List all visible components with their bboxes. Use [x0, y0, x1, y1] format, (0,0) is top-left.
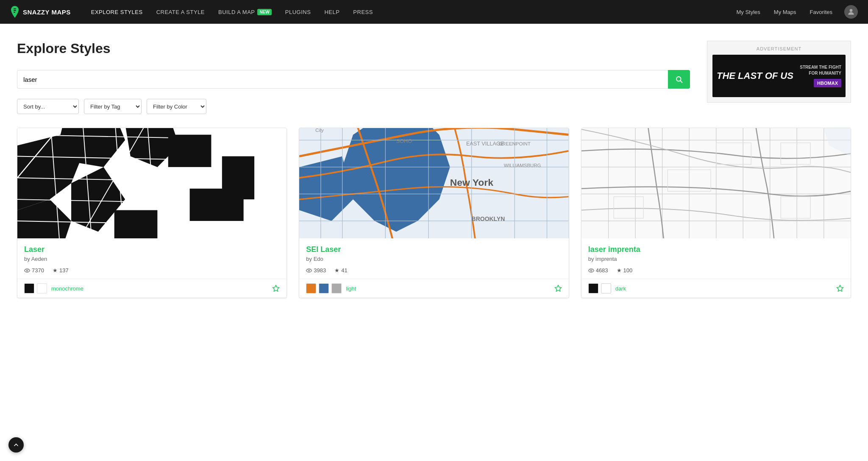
- color-swatch-black: [24, 283, 34, 293]
- left-column: Explore Styles Sort by... Most Popular N…: [17, 41, 690, 128]
- card-map-sei[interactable]: New York EAST VILLAGE SOHO WILLIAMSBURG …: [299, 128, 568, 238]
- card-map-imprenta[interactable]: [581, 128, 851, 238]
- card-stats-sei: 3983 ★ 41: [306, 267, 562, 274]
- star-icon: [554, 285, 562, 292]
- cards-grid: Laser by Aeden 7370 ★ 137 monochrome: [0, 128, 868, 315]
- card-sei-laser: New York EAST VILLAGE SOHO WILLIAMSBURG …: [299, 128, 569, 298]
- svg-rect-29: [168, 135, 211, 167]
- search-input[interactable]: [17, 70, 668, 89]
- eye-icon: [24, 268, 30, 274]
- star-icon: [836, 285, 844, 292]
- ad-subtitle: STREAM THE FIGHTFOR HUMANITY: [800, 64, 841, 76]
- navigation: SNAZZY MAPS EXPLORE STYLES CREATE A STYL…: [0, 0, 868, 24]
- map-svg-imprenta: [581, 128, 851, 238]
- color-swatch-white: [37, 283, 47, 293]
- logo[interactable]: SNAZZY MAPS: [10, 6, 71, 18]
- right-column: ADVERTISEMENT THE LAST OF US STREAM THE …: [707, 41, 851, 128]
- svg-text:City: City: [315, 128, 324, 133]
- page-title: Explore Styles: [17, 41, 690, 56]
- card-stats-laser: 7370 ★ 137: [24, 267, 280, 274]
- card-title-laser[interactable]: Laser: [24, 245, 280, 254]
- nav-link-press[interactable]: PRESS: [346, 0, 380, 24]
- nav-link-build[interactable]: BUILD A MAP NEW: [211, 0, 278, 24]
- color-filter-select[interactable]: Filter by Color Black White Blue Green R…: [147, 99, 206, 114]
- map-svg-laser: [17, 128, 287, 238]
- svg-point-3: [850, 9, 853, 12]
- svg-point-33: [26, 270, 28, 271]
- card-favorites-sei: ★ 41: [334, 267, 347, 274]
- new-badge: NEW: [257, 9, 271, 15]
- svg-text:BROOKLYN: BROOKLYN: [472, 215, 505, 222]
- star-icon: [272, 285, 280, 292]
- nav-link-plugins[interactable]: PLUGINS: [278, 0, 318, 24]
- nav-links: EXPLORE STYLES CREATE A STYLE BUILD A MA…: [84, 0, 732, 24]
- nav-link-create[interactable]: CREATE A STYLE: [150, 0, 211, 24]
- eye-icon: [306, 268, 312, 274]
- logo-icon: [10, 6, 19, 18]
- svg-line-5: [680, 81, 682, 82]
- ad-title: THE LAST OF US: [717, 71, 793, 81]
- card-favorites-imprenta: ★ 100: [617, 267, 633, 274]
- svg-text:SOHO: SOHO: [396, 138, 412, 144]
- svg-marker-57: [555, 285, 561, 291]
- card-footer-sei: light: [299, 279, 568, 298]
- card-imprenta: laser imprenta by imprenta 4683 ★ 100 da…: [581, 128, 851, 298]
- ad-label: ADVERTISEMENT: [712, 46, 846, 51]
- card-footer-laser: monochrome: [17, 279, 287, 298]
- nav-right: My Styles My Maps Favorites: [731, 0, 858, 24]
- logo-text: SNAZZY MAPS: [23, 8, 71, 16]
- advertisement: ADVERTISEMENT THE LAST OF US STREAM THE …: [707, 41, 851, 103]
- ad-image[interactable]: THE LAST OF US STREAM THE FIGHTFOR HUMAN…: [712, 55, 846, 97]
- tag-filter-select[interactable]: Filter by Tag Light Dark Monochrome Two-…: [84, 99, 142, 114]
- svg-rect-2: [14, 12, 15, 13]
- card-body-imprenta: laser imprenta by imprenta 4683 ★ 100: [581, 238, 851, 279]
- card-title-sei[interactable]: SEI Laser: [306, 245, 562, 254]
- card-map-laser[interactable]: [17, 128, 287, 238]
- card-views-imprenta: 4683: [588, 267, 608, 274]
- eye-icon: [588, 268, 594, 274]
- favorite-button-imprenta[interactable]: [836, 285, 844, 292]
- card-tag-sei[interactable]: light: [346, 285, 551, 292]
- card-author-sei: by Edo: [306, 256, 562, 262]
- nav-link-help[interactable]: HELP: [317, 0, 346, 24]
- filter-row: Sort by... Most Popular Newest Most Favo…: [17, 99, 690, 114]
- card-title-imprenta[interactable]: laser imprenta: [588, 245, 844, 254]
- svg-point-56: [309, 270, 310, 271]
- search-icon: [675, 75, 683, 83]
- svg-rect-0: [14, 8, 16, 9]
- nav-favorites[interactable]: Favorites: [805, 0, 837, 24]
- search-button[interactable]: [668, 70, 690, 89]
- svg-marker-34: [273, 285, 279, 291]
- nav-my-styles[interactable]: My Styles: [731, 0, 765, 24]
- svg-text:GREENPOINT: GREENPOINT: [498, 141, 531, 146]
- color-swatch-blue: [319, 283, 329, 293]
- color-swatch-orange: [306, 283, 316, 293]
- svg-text:WILLIAMSBURG: WILLIAMSBURG: [504, 163, 541, 168]
- svg-rect-31: [190, 189, 244, 221]
- card-tag-imprenta[interactable]: dark: [615, 285, 834, 292]
- nav-link-explore[interactable]: EXPLORE STYLES: [84, 0, 150, 24]
- card-views-laser: 7370: [24, 267, 44, 274]
- nav-my-maps[interactable]: My Maps: [769, 0, 801, 24]
- card-favorites-laser: ★ 137: [53, 267, 69, 274]
- color-swatch-dark: [588, 283, 598, 293]
- user-avatar[interactable]: [844, 5, 858, 19]
- card-stats-imprenta: 4683 ★ 100: [588, 267, 844, 274]
- svg-rect-1: [14, 10, 16, 11]
- sort-select[interactable]: Sort by... Most Popular Newest Most Favo…: [17, 99, 79, 114]
- svg-text:New York: New York: [450, 177, 493, 188]
- favorite-button-sei[interactable]: [554, 285, 562, 292]
- svg-rect-32: [114, 210, 158, 238]
- card-body-laser: Laser by Aeden 7370 ★ 137: [17, 238, 287, 279]
- color-swatch-light: [601, 283, 611, 293]
- favorite-button-laser[interactable]: [272, 285, 280, 292]
- card-views-sei: 3983: [306, 267, 326, 274]
- main-content: Explore Styles Sort by... Most Popular N…: [0, 24, 868, 128]
- ad-brand: HBOMAX: [814, 79, 841, 87]
- search-row: [17, 70, 690, 89]
- card-body-sei: SEI Laser by Edo 3983 ★ 41: [299, 238, 568, 279]
- map-svg-sei: New York EAST VILLAGE SOHO WILLIAMSBURG …: [299, 128, 568, 238]
- card-footer-imprenta: dark: [581, 279, 851, 298]
- card-laser: Laser by Aeden 7370 ★ 137 monochrome: [17, 128, 287, 298]
- card-tag-laser[interactable]: monochrome: [51, 285, 270, 292]
